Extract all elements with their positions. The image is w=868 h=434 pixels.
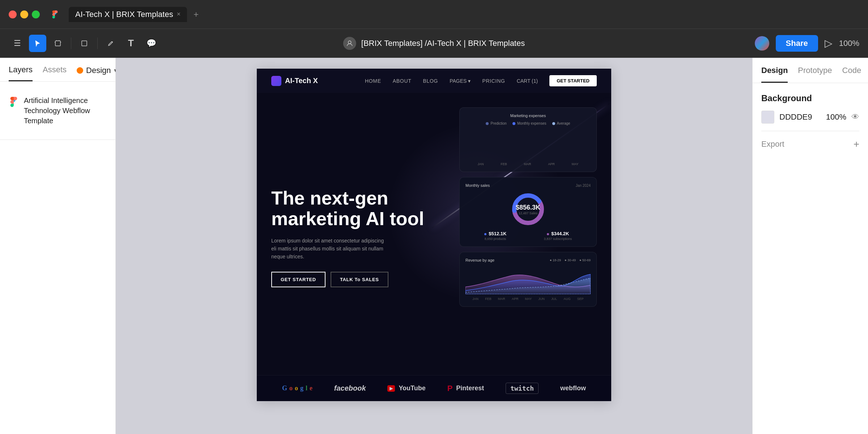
hero-title: The next-gen marketing AI tool bbox=[271, 188, 452, 229]
brand-facebook: facebook bbox=[334, 384, 366, 392]
export-row: Export + bbox=[761, 138, 859, 150]
shape-tool[interactable] bbox=[76, 35, 93, 52]
legend-prediction: Prediction bbox=[486, 121, 506, 125]
tab-assets[interactable]: Assets bbox=[43, 65, 67, 81]
text-tool[interactable]: T bbox=[122, 35, 140, 52]
hero-left: The next-gen marketing AI tool Lorem ips… bbox=[271, 107, 452, 368]
nav-pricing[interactable]: PRICING bbox=[482, 78, 505, 84]
stat-subscriptions-label: 3,837 subscriptions bbox=[544, 237, 572, 241]
titlebar: AI-Tech X | BRIX Templates × + bbox=[0, 0, 868, 29]
right-panel-tabs: Design Prototype Code bbox=[753, 58, 868, 83]
comment-tool[interactable]: 💬 bbox=[142, 35, 160, 52]
toolbar-right: Share ▷ 100% bbox=[755, 35, 859, 52]
donut-chart-container: $856.3K 12,487 Sales bbox=[465, 191, 591, 227]
brand-pinterest: PPinterest bbox=[447, 384, 484, 393]
figma-component-icon bbox=[9, 97, 19, 107]
brand-webflow: webflow bbox=[560, 384, 586, 392]
fullscreen-button[interactable] bbox=[32, 10, 40, 18]
right-tab-code[interactable]: Code bbox=[842, 58, 861, 83]
export-add-icon[interactable]: + bbox=[854, 138, 859, 150]
zoom-level[interactable]: 100% bbox=[839, 39, 859, 48]
nav-cart[interactable]: CART (1) bbox=[517, 78, 538, 84]
menu-button[interactable]: ☰ bbox=[9, 35, 26, 52]
nav-blog[interactable]: BLOG bbox=[423, 78, 438, 84]
background-color-value[interactable]: DDDDE9 bbox=[779, 112, 820, 122]
brands-section: Google facebook ▶ YouTube PPinterest twi… bbox=[257, 375, 611, 401]
design-label: Design bbox=[86, 66, 111, 75]
site-logo: AI-Tech X bbox=[271, 76, 318, 86]
figma-logo bbox=[50, 9, 60, 20]
new-tab-button[interactable]: + bbox=[188, 7, 204, 22]
design-dot-icon bbox=[77, 67, 83, 74]
nav-about[interactable]: ABOUT bbox=[393, 78, 412, 84]
marketing-chart-title: Marketing expenses bbox=[465, 113, 591, 118]
sales-stats: $512.1K 8,650 products $344.2K 3 bbox=[465, 231, 591, 241]
frame-tool[interactable] bbox=[49, 35, 67, 52]
close-button[interactable] bbox=[9, 10, 17, 18]
user-avatar-icon bbox=[343, 37, 356, 50]
hero-get-started-button[interactable]: GET STARTED bbox=[271, 272, 326, 287]
tab-close-icon[interactable]: × bbox=[177, 10, 181, 18]
right-panel: Design Prototype Code Background DDDDE9 … bbox=[752, 58, 868, 434]
revenue-x-labels: JANFEBMARAPRMAYJUNJULAUGSEP bbox=[465, 296, 591, 301]
revenue-legend: ● 18-29 ● 30-49 ● 50-69 bbox=[550, 258, 591, 262]
hero-subtitle: Lorem ipsum dolor sit amet consectetur a… bbox=[271, 237, 387, 261]
breadcrumb-file[interactable]: AI-Tech X | BRIX Templates bbox=[427, 39, 525, 48]
sales-date: Jan 2024 bbox=[576, 184, 591, 188]
revenue-title: Revenue by age bbox=[465, 258, 494, 262]
donut-value: $856.3K bbox=[516, 204, 540, 211]
stat-subscriptions-value: $344.2K bbox=[544, 231, 572, 236]
layer-item[interactable]: Artificial Intelligence Technology Webfl… bbox=[9, 90, 107, 131]
stat-products: $512.1K 8,650 products bbox=[484, 231, 507, 241]
background-section-title: Background bbox=[761, 93, 859, 103]
panel-divider bbox=[0, 139, 115, 140]
tool-separator bbox=[71, 38, 71, 49]
minimize-button[interactable] bbox=[20, 10, 28, 18]
layer-name: Artificial Intelligence Technology Webfl… bbox=[24, 95, 107, 126]
area-chart bbox=[465, 265, 591, 294]
background-opacity-value[interactable]: 100% bbox=[825, 112, 846, 122]
select-tool[interactable] bbox=[29, 35, 46, 52]
site-hero: The next-gen marketing AI tool Lorem ips… bbox=[257, 93, 611, 375]
breadcrumb: [BRIX Templates] /AI-Tech X | BRIX Templ… bbox=[361, 39, 525, 48]
right-tab-prototype[interactable]: Prototype bbox=[798, 58, 832, 83]
site-nav: AI-Tech X HOME ABOUT BLOG PAGES ▾ PRICIN… bbox=[257, 69, 611, 93]
visibility-icon[interactable]: 👁 bbox=[851, 112, 859, 122]
brand-google: Google bbox=[282, 384, 312, 392]
chart-legend: Prediction Monthly expenses Average bbox=[465, 121, 591, 125]
share-button[interactable]: Share bbox=[776, 35, 818, 52]
hero-buttons: GET STARTED TALK To SALES bbox=[271, 272, 452, 287]
tab-bar: AI-Tech X | BRIX Templates × + bbox=[69, 7, 204, 22]
tab-layers[interactable]: Layers bbox=[9, 65, 33, 81]
svg-rect-5 bbox=[82, 41, 87, 46]
canvas-area[interactable]: AI-Tech X HOME ABOUT BLOG PAGES ▾ PRICIN… bbox=[116, 58, 752, 434]
nav-pages[interactable]: PAGES ▾ bbox=[450, 78, 471, 84]
logo-text: AI-Tech X bbox=[285, 77, 318, 85]
revenue-header: Revenue by age ● 18-29 ● 30-49 ● 50-69 bbox=[465, 258, 591, 262]
panel-tabs: Layers Assets Design ▾ bbox=[0, 58, 115, 82]
stat-subscriptions: $344.2K 3,837 subscriptions bbox=[544, 231, 572, 241]
stat-products-value: $512.1K bbox=[484, 231, 507, 236]
donut-center: $856.3K 12,487 Sales bbox=[516, 204, 540, 215]
toolbar: ☰ T � bbox=[0, 29, 868, 58]
export-label: Export bbox=[761, 139, 784, 149]
donut-label: 12,487 Sales bbox=[516, 211, 540, 215]
play-button[interactable]: ▷ bbox=[825, 37, 833, 49]
nav-get-started[interactable]: GET STARTED bbox=[549, 75, 597, 86]
design-dropdown[interactable]: Design ▾ bbox=[77, 65, 116, 81]
marketing-expenses-card: Marketing expenses Prediction Monthly ex… bbox=[459, 107, 597, 172]
sales-header: Monthly sales Jan 2024 bbox=[465, 183, 591, 188]
background-color-swatch[interactable] bbox=[761, 111, 774, 124]
website-preview: AI-Tech X HOME ABOUT BLOG PAGES ▾ PRICIN… bbox=[257, 69, 611, 401]
active-tab[interactable]: AI-Tech X | BRIX Templates × bbox=[69, 7, 187, 22]
pen-tool[interactable] bbox=[102, 35, 119, 52]
revenue-by-age-card: Revenue by age ● 18-29 ● 30-49 ● 50-69 bbox=[459, 252, 597, 307]
nav-home[interactable]: HOME bbox=[365, 78, 381, 84]
left-panel: Layers Assets Design ▾ Ar bbox=[0, 58, 116, 434]
hero-talk-sales-button[interactable]: TALK To SALES bbox=[331, 272, 388, 287]
svg-point-6 bbox=[348, 41, 351, 44]
logo-icon bbox=[271, 76, 281, 86]
right-tab-design[interactable]: Design bbox=[761, 58, 788, 83]
hero-right: Marketing expenses Prediction Monthly ex… bbox=[459, 107, 597, 368]
breadcrumb-team[interactable]: [BRIX Templates] bbox=[361, 39, 423, 48]
